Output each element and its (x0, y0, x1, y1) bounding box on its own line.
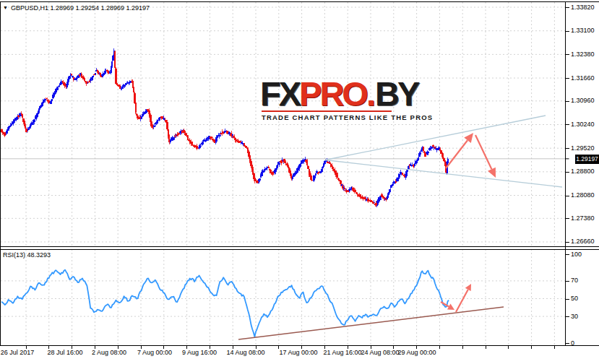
price-axis-label: 1.26660 (571, 238, 599, 246)
price-axis-label: 1.33100 (571, 27, 599, 35)
rsi-axis-label: 100 (571, 251, 599, 259)
symbol-ohlc-line: ▼GBPUSD,H1 1.28969 1.29254 1.28969 1.291… (3, 4, 150, 12)
symbol-ohlc-text: GBPUSD,H1 1.28969 1.29254 1.28969 1.2919… (11, 4, 150, 12)
fxpro-watermark: FXPRO.BY TRADE CHART PATTERNS LIKE THE P… (260, 79, 433, 121)
rsi-indicator-label: RSI(13) 48.3293 (3, 251, 51, 259)
logo-pro: PRO. (299, 75, 374, 113)
price-trendline (325, 116, 546, 160)
chart-window: ▼GBPUSD,H1 1.28969 1.29254 1.28969 1.291… (0, 0, 599, 364)
chart-canvas[interactable] (0, 0, 599, 364)
forecast-arrow-shaft (446, 140, 467, 168)
price-axis-label: 1.28800 (571, 168, 599, 176)
forecast-arrow-shaft (475, 135, 491, 169)
logo-tagline: TRADE CHART PATTERNS LIKE THE PROS (262, 113, 433, 121)
forecast-arrow-shaft (456, 290, 468, 312)
price-axis-label: 1.30960 (571, 97, 599, 105)
rsi-axis-label: 30 (571, 313, 599, 321)
price-trendline (325, 160, 562, 188)
logo-fx: FX (260, 75, 299, 113)
logo-by: BY (375, 75, 418, 113)
price-axis-label: 1.27380 (571, 214, 599, 222)
time-axis-label: 29 Aug 00:00 (384, 349, 449, 357)
price-axis-label: 1.29520 (571, 144, 599, 152)
price-axis-label: 1.31660 (571, 74, 599, 82)
rsi-axis-label: 50 (571, 295, 599, 303)
price-axis-label: 1.28080 (571, 191, 599, 199)
fxpro-logo-text: FXPRO.BY (260, 79, 433, 109)
price-axis-label: 1.33820 (571, 4, 599, 12)
bid-price-label: 1.29197 (575, 155, 599, 164)
price-axis-label: 1.30240 (571, 121, 599, 129)
symbol-marker-icon: ▼ (3, 4, 8, 12)
rsi-line (1, 270, 449, 337)
rsi-axis-label: 0 (571, 339, 599, 347)
rsi-axis-label: 70 (571, 277, 599, 285)
price-axis-label: 1.32380 (571, 51, 599, 58)
candles-down (1, 51, 447, 207)
forecast-arrow-head (464, 133, 473, 143)
